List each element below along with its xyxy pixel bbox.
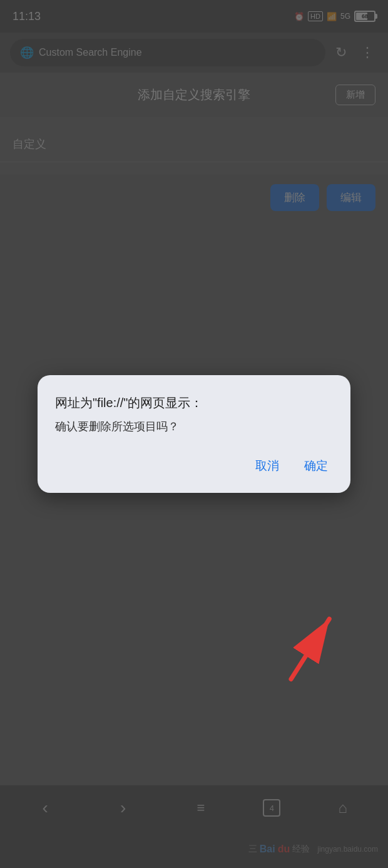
dialog-buttons: 取消 确定	[55, 453, 333, 479]
dialog-ok-button[interactable]: 确定	[299, 453, 333, 479]
dialog-title: 网址为"file://"的网页显示：	[55, 394, 333, 411]
dialog-overlay: 网址为"file://"的网页显示： 确认要删除所选项目吗？ 取消 确定	[0, 0, 388, 868]
dialog-message: 确认要删除所选项目吗？	[55, 419, 333, 435]
confirmation-dialog: 网址为"file://"的网页显示： 确认要删除所选项目吗？ 取消 确定	[38, 375, 350, 492]
dialog-cancel-button[interactable]: 取消	[250, 453, 284, 479]
